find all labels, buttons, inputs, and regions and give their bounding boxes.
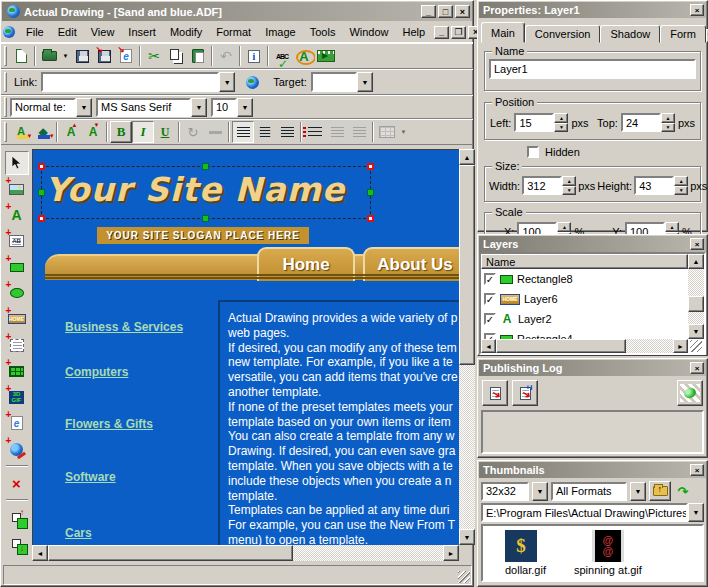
scroll-down-button[interactable]: ▼ bbox=[688, 324, 704, 339]
link-dropdown-button[interactable]: ▼ bbox=[219, 72, 235, 92]
style-dropdown-button[interactable]: ▼ bbox=[76, 98, 92, 117]
menu-insert[interactable]: Insert bbox=[121, 24, 163, 40]
hidden-checkbox[interactable] bbox=[527, 146, 539, 158]
format-dropdown[interactable]: ▼ bbox=[630, 482, 646, 501]
scroll-up-button[interactable]: ▲ bbox=[688, 254, 704, 269]
scroll-left-button[interactable]: ◄ bbox=[481, 339, 496, 353]
menu-image[interactable]: Image bbox=[258, 24, 303, 40]
close-button[interactable]: × bbox=[455, 5, 470, 18]
spinning-at-thumbnail[interactable]: @@ bbox=[592, 530, 624, 562]
go-online-button[interactable] bbox=[677, 380, 703, 406]
scroll-down-button[interactable]: ▼ bbox=[459, 529, 475, 545]
bold-button[interactable]: B bbox=[110, 121, 132, 143]
underline-button[interactable]: U bbox=[154, 121, 176, 143]
grow-font-button[interactable]: A bbox=[60, 121, 82, 143]
cut-button[interactable]: ✂ bbox=[143, 45, 165, 67]
save-as-template-button[interactable]: ↘ bbox=[93, 45, 115, 67]
link-software[interactable]: Software bbox=[65, 470, 116, 484]
table-button[interactable] bbox=[376, 121, 398, 143]
layers-vertical-scrollbar[interactable]: ▲ ▼ bbox=[688, 254, 704, 339]
menu-window[interactable]: Window bbox=[342, 24, 395, 40]
design-canvas[interactable]: Your Site Name YOUR SITE SLOGAN PLACE HE… bbox=[32, 149, 459, 545]
doc-minimize-button[interactable]: _ bbox=[434, 26, 449, 39]
size-dropdown-button[interactable]: ▼ bbox=[237, 98, 253, 117]
resize-grip[interactable] bbox=[458, 571, 470, 583]
scroll-left-button[interactable]: ◄ bbox=[32, 545, 48, 561]
scroll-up-button[interactable]: ▲ bbox=[459, 149, 475, 165]
spin-down[interactable]: ▼ bbox=[562, 186, 576, 196]
canvas-vertical-scrollbar[interactable]: ▲ ▼ bbox=[459, 149, 475, 545]
selection-handle[interactable] bbox=[367, 215, 374, 222]
scroll-thumb[interactable] bbox=[688, 296, 704, 312]
scroll-right-button[interactable]: ► bbox=[443, 545, 459, 561]
font-color-button[interactable]: A▼ bbox=[10, 121, 32, 143]
spellcheck-button[interactable]: ABC bbox=[271, 45, 293, 67]
vertical-scroll-thumb[interactable] bbox=[459, 165, 475, 365]
italic-button[interactable]: I bbox=[132, 121, 154, 143]
thumbnail-item[interactable]: @@ spinning at.gif bbox=[574, 530, 642, 580]
folder-up-button[interactable] bbox=[649, 481, 671, 501]
font-select[interactable]: MS Sans Serif bbox=[96, 98, 191, 117]
toolbar-grip[interactable] bbox=[4, 46, 7, 66]
path-select[interactable]: E:\Program Files\Actual Drawing\Pictures bbox=[481, 503, 688, 522]
rotate-button[interactable]: ↻ bbox=[182, 121, 204, 143]
fill-color-button[interactable]: ◆▼ bbox=[32, 121, 54, 143]
resize-grip[interactable] bbox=[690, 340, 702, 352]
toolbar-grip[interactable] bbox=[4, 122, 7, 142]
thumb-size-select[interactable]: 32x32 bbox=[481, 482, 529, 501]
horizontal-scroll-thumb[interactable] bbox=[48, 545, 293, 561]
menu-tools[interactable]: Tools bbox=[303, 24, 343, 40]
width-spinner[interactable]: 312▲▼ bbox=[522, 176, 576, 195]
layer-row[interactable]: ✓ Rectangle8 bbox=[481, 269, 688, 289]
link-flowers-gifts[interactable]: Flowers & Gifts bbox=[65, 417, 153, 431]
open-dropdown-button[interactable]: ▼ bbox=[60, 45, 71, 67]
spin-up[interactable]: ▲ bbox=[665, 222, 679, 232]
scroll-thumb[interactable] bbox=[496, 339, 626, 353]
size-select[interactable]: 10 bbox=[211, 98, 237, 117]
delete-button[interactable]: × bbox=[5, 471, 29, 495]
menu-view[interactable]: View bbox=[84, 24, 122, 40]
properties-close-button[interactable]: × bbox=[690, 4, 704, 16]
selection-handle[interactable] bbox=[38, 163, 45, 170]
bullet-list-button[interactable] bbox=[304, 121, 326, 143]
outdent-button[interactable] bbox=[326, 121, 348, 143]
menu-edit[interactable]: Edit bbox=[51, 24, 84, 40]
align-right-button[interactable] bbox=[276, 121, 298, 143]
layer-visible-checkbox[interactable]: ✓ bbox=[484, 313, 496, 325]
thumb-size-dropdown[interactable]: ▼ bbox=[532, 482, 548, 501]
format-select[interactable]: All Formats bbox=[551, 482, 627, 501]
spin-up[interactable]: ▲ bbox=[661, 113, 675, 123]
toolbar-grip[interactable] bbox=[4, 72, 7, 92]
add-image-button[interactable]: + bbox=[5, 177, 29, 201]
properties-button[interactable]: i bbox=[243, 45, 265, 67]
tab-form[interactable]: Form bbox=[660, 25, 706, 43]
undo-button[interactable]: ↶ bbox=[215, 45, 237, 67]
spin-down[interactable]: ▼ bbox=[661, 123, 675, 133]
copy-button[interactable] bbox=[165, 45, 187, 67]
effects-button[interactable]: A bbox=[293, 45, 315, 67]
select-tool-button[interactable] bbox=[5, 151, 29, 175]
font-dropdown-button[interactable]: ▼ bbox=[191, 98, 207, 117]
toolbar-grip[interactable] bbox=[4, 97, 7, 117]
add-marquee-button[interactable]: + bbox=[5, 333, 29, 357]
spin-up[interactable]: ▲ bbox=[554, 113, 568, 123]
add-html-button[interactable]: +e bbox=[5, 411, 29, 435]
add-ellipse-button[interactable]: + bbox=[5, 281, 29, 305]
path-dropdown[interactable]: ▼ bbox=[688, 503, 704, 522]
add-rectangle-button[interactable]: + bbox=[5, 255, 29, 279]
align-left-button[interactable] bbox=[232, 121, 254, 143]
maximize-button[interactable]: □ bbox=[438, 5, 453, 18]
save-button[interactable] bbox=[71, 45, 93, 67]
top-spinner[interactable]: 24▲▼ bbox=[621, 113, 675, 132]
publish-button[interactable]: e↘ bbox=[115, 45, 137, 67]
add-form-field-button[interactable]: +AB bbox=[5, 229, 29, 253]
body-text-block[interactable]: Actual Drawing provides a wide variety o… bbox=[218, 300, 459, 545]
thumbnails-titlebar[interactable]: Thumbnails × bbox=[479, 462, 706, 478]
add-web-object-button[interactable]: + bbox=[5, 437, 29, 461]
selection-handle[interactable] bbox=[38, 189, 45, 196]
align-center-button[interactable] bbox=[254, 121, 276, 143]
layer-row[interactable]: ✓ A Layer2 bbox=[481, 309, 688, 329]
spin-up[interactable]: ▲ bbox=[557, 222, 571, 232]
nav-tab-home[interactable]: Home bbox=[257, 247, 355, 281]
link-cars[interactable]: Cars bbox=[65, 526, 92, 540]
